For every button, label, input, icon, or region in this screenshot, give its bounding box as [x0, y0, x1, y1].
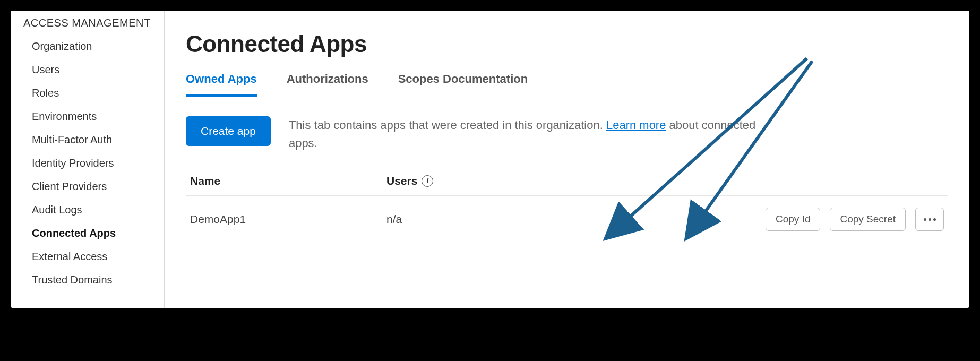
copy-id-button[interactable]: Copy Id [766, 208, 820, 231]
sidebar: ACCESS MANAGEMENT Organization Users Rol… [11, 11, 165, 308]
tab-authorizations[interactable]: Authorizations [287, 72, 368, 97]
page-title: Connected Apps [186, 31, 948, 57]
sidebar-item-users[interactable]: Users [11, 58, 164, 81]
app-frame: ACCESS MANAGEMENT Organization Users Rol… [11, 11, 969, 308]
table-header-row: Name Users i [186, 167, 948, 196]
sidebar-item-audit-logs[interactable]: Audit Logs [11, 198, 164, 221]
tab-scopes-documentation[interactable]: Scopes Documentation [398, 72, 528, 97]
tab-owned-apps[interactable]: Owned Apps [186, 72, 257, 97]
sidebar-item-environments[interactable]: Environments [11, 105, 164, 128]
create-app-button[interactable]: Create app [186, 116, 271, 146]
sidebar-item-roles[interactable]: Roles [11, 81, 164, 105]
table-row: DemoApp1 n/a Copy Id Copy Secret [186, 196, 948, 243]
col-header-name: Name [190, 175, 386, 187]
create-row: Create app This tab contains apps that w… [186, 116, 948, 152]
main-content: Connected Apps Owned Apps Authorizations… [165, 11, 969, 308]
owned-apps-description: This tab contains apps that were created… [289, 116, 767, 152]
tabs: Owned Apps Authorizations Scopes Documen… [186, 72, 948, 96]
ellipsis-icon [924, 218, 926, 221]
sidebar-item-external-access[interactable]: External Access [11, 245, 164, 268]
cell-users: n/a [386, 213, 766, 226]
sidebar-item-organization[interactable]: Organization [11, 35, 164, 58]
cell-app-name[interactable]: DemoApp1 [190, 213, 386, 226]
learn-more-link[interactable]: Learn more [606, 118, 666, 132]
col-header-users: Users i [386, 175, 944, 187]
sidebar-item-identity-providers[interactable]: Identity Providers [11, 151, 164, 175]
sidebar-item-connected-apps[interactable]: Connected Apps [11, 221, 164, 245]
apps-table: Name Users i DemoApp1 n/a Copy Id Copy S… [186, 167, 948, 243]
more-actions-button[interactable] [915, 208, 944, 231]
desc-before: This tab contains apps that were created… [289, 118, 606, 132]
sidebar-item-trusted-domains[interactable]: Trusted Domains [11, 268, 164, 291]
copy-secret-button[interactable]: Copy Secret [830, 208, 906, 231]
info-icon[interactable]: i [422, 175, 433, 187]
row-actions: Copy Id Copy Secret [766, 208, 944, 231]
tab-body: Create app This tab contains apps that w… [186, 96, 948, 243]
sidebar-item-client-providers[interactable]: Client Providers [11, 175, 164, 198]
sidebar-item-multi-factor-auth[interactable]: Multi-Factor Auth [11, 128, 164, 151]
col-header-users-label: Users [386, 175, 417, 187]
sidebar-heading: ACCESS MANAGEMENT [11, 15, 164, 35]
